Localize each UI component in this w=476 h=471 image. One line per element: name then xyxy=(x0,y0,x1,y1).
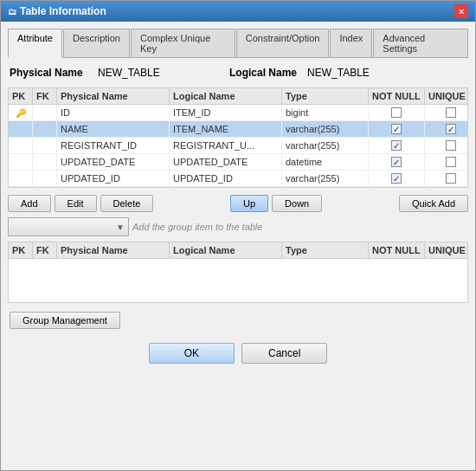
window-title: Table Information xyxy=(20,5,106,17)
not-null-checkbox[interactable] xyxy=(391,157,402,167)
fk-cell xyxy=(33,105,57,120)
main-content: Attribute Description Complex Unique Key… xyxy=(1,22,475,470)
bottom-col-unique: UNIQUE xyxy=(425,242,476,258)
col-not-null: NOT NULL xyxy=(369,88,425,104)
main-table-header: PK FK Physical Name Logical Name Type NO… xyxy=(9,88,467,105)
pk-cell: 🔑 xyxy=(9,105,33,120)
table-row[interactable]: REGISTRANT_ID REGISTRANT_U... varchar(25… xyxy=(9,138,467,154)
fk-cell xyxy=(33,171,57,186)
pk-icon: 🔑 xyxy=(16,108,26,118)
unique-cell xyxy=(425,138,467,153)
tab-advanced-settings[interactable]: Advanced Settings xyxy=(373,29,468,57)
edit-button[interactable]: Edit xyxy=(55,195,97,212)
logical-name-value: NEW_TABLE xyxy=(307,67,370,79)
type-cell: datetime xyxy=(282,154,369,170)
logical-name-cell: REGISTRANT_U... xyxy=(170,138,282,153)
bottom-col-pk: PK xyxy=(9,242,33,258)
col-logical-name: Logical Name xyxy=(170,88,282,104)
fk-cell xyxy=(33,154,57,170)
col-type: Type xyxy=(282,88,369,104)
not-null-checkbox[interactable] xyxy=(391,124,402,134)
type-cell: varchar(255) xyxy=(282,138,369,153)
bottom-col-type: Type xyxy=(282,242,369,258)
unique-cell xyxy=(425,121,467,137)
pk-cell xyxy=(9,138,33,153)
group-management-button[interactable]: Group Management xyxy=(10,312,120,329)
col-unique: UNIQUE xyxy=(425,88,476,104)
unique-cell xyxy=(425,171,467,186)
logical-name-cell: UPDATED_ID xyxy=(170,171,282,186)
unique-cell xyxy=(425,154,467,170)
unique-checkbox[interactable] xyxy=(446,140,456,151)
unique-checkbox[interactable] xyxy=(446,157,456,167)
bottom-col-logical-name: Logical Name xyxy=(170,242,282,258)
unique-cell xyxy=(425,105,467,120)
physical-name-cell: NAME xyxy=(57,121,170,137)
window-icon: 🗂 xyxy=(8,7,16,16)
tab-attribute[interactable]: Attribute xyxy=(8,29,62,58)
not-null-checkbox[interactable] xyxy=(391,140,402,151)
delete-button[interactable]: Delete xyxy=(100,195,154,212)
dialog-buttons-row: OK Cancel xyxy=(8,338,468,369)
ok-button[interactable]: OK xyxy=(149,343,235,364)
physical-name-cell: ID xyxy=(57,105,170,120)
title-bar: 🗂 Table Information ✕ xyxy=(1,1,475,22)
fk-cell xyxy=(33,121,57,137)
name-fields-row: Physical Name NEW_TABLE Logical Name NEW… xyxy=(8,63,468,82)
group-management-row: Group Management xyxy=(8,308,468,332)
action-buttons-row: Add Edit Delete Up Down Quick Add xyxy=(8,195,468,212)
tab-constraint-option[interactable]: Constraint/Option xyxy=(236,29,330,57)
type-cell: varchar(255) xyxy=(282,171,369,186)
unique-checkbox[interactable] xyxy=(446,173,456,184)
physical-name-value: NEW_TABLE xyxy=(98,67,219,79)
bottom-table: PK FK Physical Name Logical Name Type NO… xyxy=(8,242,468,303)
bottom-table-header: PK FK Physical Name Logical Name Type NO… xyxy=(9,242,467,259)
tab-index[interactable]: Index xyxy=(330,29,372,57)
down-button[interactable]: Down xyxy=(272,195,322,212)
unique-checkbox[interactable] xyxy=(446,124,456,134)
type-cell: varchar(255) xyxy=(282,121,369,137)
pk-cell xyxy=(9,154,33,170)
fk-cell xyxy=(33,138,57,153)
table-row[interactable]: NAME ITEM_NAME varchar(255) xyxy=(9,121,467,138)
logical-name-label: Logical Name xyxy=(229,67,297,79)
not-null-cell xyxy=(369,121,425,137)
not-null-cell xyxy=(369,171,425,186)
pk-cell xyxy=(9,171,33,186)
bottom-col-physical-name: Physical Name xyxy=(57,242,170,258)
table-row[interactable]: UPDATED_ID UPDATED_ID varchar(255) xyxy=(9,171,467,187)
chevron-down-icon: ▼ xyxy=(116,223,125,232)
not-null-cell xyxy=(369,154,425,170)
close-button[interactable]: ✕ xyxy=(454,4,468,18)
unique-checkbox[interactable] xyxy=(446,107,456,118)
not-null-checkbox[interactable] xyxy=(391,173,402,184)
cancel-button[interactable]: Cancel xyxy=(241,343,327,364)
quick-add-button[interactable]: Quick Add xyxy=(399,195,468,212)
logical-name-cell: UPDATED_DATE xyxy=(170,154,282,170)
physical-name-cell: UPDATED_ID xyxy=(57,171,170,186)
tab-complex-unique-key[interactable]: Complex Unique Key xyxy=(131,29,235,57)
logical-name-cell: ITEM_ID xyxy=(170,105,282,120)
bottom-table-body xyxy=(9,259,467,302)
tab-bar: Attribute Description Complex Unique Key… xyxy=(8,29,468,58)
table-row[interactable]: 🔑 ID ITEM_ID bigint xyxy=(9,105,467,121)
add-button[interactable]: Add xyxy=(8,195,51,212)
type-cell: bigint xyxy=(282,105,369,120)
col-fk: FK xyxy=(33,88,57,104)
tab-description[interactable]: Description xyxy=(63,29,130,57)
main-table-body: 🔑 ID ITEM_ID bigint NAME ITEM_NAME varch… xyxy=(9,105,467,187)
table-row[interactable]: UPDATED_DATE UPDATED_DATE datetime xyxy=(9,154,467,171)
bottom-col-not-null: NOT NULL xyxy=(369,242,425,258)
not-null-cell xyxy=(369,138,425,153)
col-pk: PK xyxy=(9,88,33,104)
group-input-row: ▼ Add the group item to the table xyxy=(8,217,468,236)
title-bar-title: 🗂 Table Information xyxy=(8,5,106,17)
not-null-checkbox[interactable] xyxy=(391,107,402,118)
up-button[interactable]: Up xyxy=(230,195,268,212)
bottom-col-fk: FK xyxy=(33,242,57,258)
pk-cell xyxy=(9,121,33,137)
col-physical-name: Physical Name xyxy=(57,88,170,104)
group-dropdown[interactable]: ▼ xyxy=(8,217,129,236)
physical-name-cell: REGISTRANT_ID xyxy=(57,138,170,153)
logical-name-cell: ITEM_NAME xyxy=(170,121,282,137)
